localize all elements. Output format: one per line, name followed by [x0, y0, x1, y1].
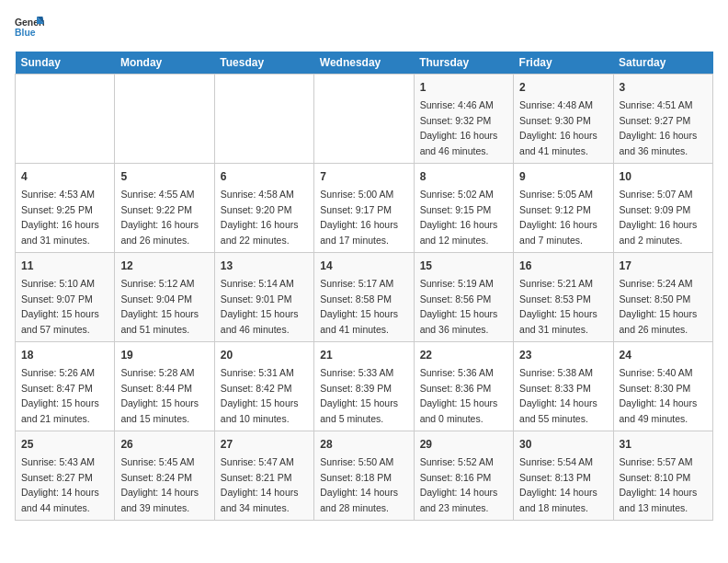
day-number: 15	[420, 258, 507, 274]
day-number: 5	[120, 168, 208, 185]
day-info: Sunrise: 4:58 AM Sunset: 9:20 PM Dayligh…	[221, 189, 299, 246]
day-number: 31	[620, 436, 707, 453]
day-number: 4	[21, 168, 108, 185]
day-info: Sunrise: 4:46 AM Sunset: 9:32 PM Dayligh…	[420, 99, 498, 156]
day-number: 20	[221, 347, 308, 363]
day-number: 8	[420, 168, 507, 185]
calendar-cell: 17Sunrise: 5:24 AM Sunset: 8:50 PM Dayli…	[613, 253, 712, 342]
day-number: 10	[620, 168, 707, 185]
day-info: Sunrise: 5:28 AM Sunset: 8:44 PM Dayligh…	[120, 367, 199, 424]
calendar-cell: 3Sunrise: 4:51 AM Sunset: 9:27 PM Daylig…	[613, 75, 712, 164]
day-number: 6	[221, 168, 308, 185]
day-info: Sunrise: 5:02 AM Sunset: 9:15 PM Dayligh…	[420, 189, 498, 246]
calendar-cell: 25Sunrise: 5:43 AM Sunset: 8:27 PM Dayli…	[16, 431, 115, 521]
calendar-week-row: 4Sunrise: 4:53 AM Sunset: 9:25 PM Daylig…	[16, 164, 713, 253]
day-number: 2	[519, 79, 607, 96]
day-number: 23	[519, 347, 607, 363]
day-of-week-header: Tuesday	[214, 52, 313, 75]
day-number: 12	[120, 258, 208, 274]
day-info: Sunrise: 5:36 AM Sunset: 8:36 PM Dayligh…	[420, 367, 498, 424]
calendar-cell: 11Sunrise: 5:10 AM Sunset: 9:07 PM Dayli…	[16, 253, 115, 342]
day-info: Sunrise: 5:05 AM Sunset: 9:12 PM Dayligh…	[519, 189, 597, 246]
calendar-cell: 22Sunrise: 5:36 AM Sunset: 8:36 PM Dayli…	[414, 342, 513, 431]
day-number: 22	[420, 347, 507, 363]
day-info: Sunrise: 4:51 AM Sunset: 9:27 PM Dayligh…	[620, 99, 698, 156]
day-of-week-header: Friday	[514, 52, 613, 75]
calendar-cell: 26Sunrise: 5:45 AM Sunset: 8:24 PM Dayli…	[115, 431, 214, 521]
day-number: 7	[320, 168, 407, 185]
day-number: 27	[221, 436, 308, 453]
calendar-week-row: 25Sunrise: 5:43 AM Sunset: 8:27 PM Dayli…	[16, 431, 713, 521]
calendar-cell: 7Sunrise: 5:00 AM Sunset: 9:17 PM Daylig…	[314, 164, 414, 253]
calendar-cell: 4Sunrise: 4:53 AM Sunset: 9:25 PM Daylig…	[16, 164, 115, 253]
calendar-cell: 6Sunrise: 4:58 AM Sunset: 9:20 PM Daylig…	[214, 164, 313, 253]
calendar-week-row: 18Sunrise: 5:26 AM Sunset: 8:47 PM Dayli…	[16, 342, 713, 431]
day-info: Sunrise: 5:45 AM Sunset: 8:24 PM Dayligh…	[120, 456, 199, 513]
calendar-header-row: SundayMondayTuesdayWednesdayThursdayFrid…	[16, 52, 713, 75]
day-info: Sunrise: 4:48 AM Sunset: 9:30 PM Dayligh…	[519, 99, 597, 156]
day-number: 1	[420, 79, 507, 96]
day-info: Sunrise: 5:26 AM Sunset: 8:47 PM Dayligh…	[21, 367, 99, 424]
calendar-cell: 1Sunrise: 4:46 AM Sunset: 9:32 PM Daylig…	[414, 75, 513, 164]
day-info: Sunrise: 5:38 AM Sunset: 8:33 PM Dayligh…	[519, 367, 597, 424]
page-header: General Blue	[15, 15, 713, 40]
day-number: 18	[21, 347, 108, 363]
calendar-cell	[16, 75, 115, 164]
day-number: 19	[120, 347, 208, 363]
calendar-cell: 31Sunrise: 5:57 AM Sunset: 8:10 PM Dayli…	[613, 431, 712, 521]
day-info: Sunrise: 5:07 AM Sunset: 9:09 PM Dayligh…	[620, 189, 698, 246]
day-of-week-header: Wednesday	[314, 52, 414, 75]
day-info: Sunrise: 5:00 AM Sunset: 9:17 PM Dayligh…	[320, 189, 398, 246]
day-number: 11	[21, 258, 108, 274]
day-number: 26	[120, 436, 208, 453]
day-number: 21	[320, 347, 407, 363]
day-info: Sunrise: 5:12 AM Sunset: 9:04 PM Dayligh…	[120, 278, 199, 335]
day-number: 24	[620, 347, 707, 363]
day-number: 16	[519, 258, 607, 274]
svg-text:Blue: Blue	[15, 28, 36, 38]
day-info: Sunrise: 5:10 AM Sunset: 9:07 PM Dayligh…	[21, 278, 99, 335]
calendar-cell: 20Sunrise: 5:31 AM Sunset: 8:42 PM Dayli…	[214, 342, 313, 431]
day-info: Sunrise: 5:17 AM Sunset: 8:58 PM Dayligh…	[320, 278, 398, 335]
logo: General Blue	[15, 15, 44, 40]
calendar-week-row: 1Sunrise: 4:46 AM Sunset: 9:32 PM Daylig…	[16, 75, 713, 164]
calendar-cell: 23Sunrise: 5:38 AM Sunset: 8:33 PM Dayli…	[514, 342, 613, 431]
day-info: Sunrise: 5:24 AM Sunset: 8:50 PM Dayligh…	[620, 278, 698, 335]
calendar-cell: 15Sunrise: 5:19 AM Sunset: 8:56 PM Dayli…	[414, 253, 513, 342]
day-info: Sunrise: 5:21 AM Sunset: 8:53 PM Dayligh…	[519, 278, 597, 335]
day-info: Sunrise: 5:57 AM Sunset: 8:10 PM Dayligh…	[620, 456, 698, 513]
day-number: 13	[221, 258, 308, 274]
day-info: Sunrise: 5:14 AM Sunset: 9:01 PM Dayligh…	[221, 278, 299, 335]
day-of-week-header: Sunday	[16, 52, 115, 75]
calendar-cell: 29Sunrise: 5:52 AM Sunset: 8:16 PM Dayli…	[414, 431, 513, 521]
day-info: Sunrise: 5:47 AM Sunset: 8:21 PM Dayligh…	[221, 456, 299, 513]
day-info: Sunrise: 5:31 AM Sunset: 8:42 PM Dayligh…	[221, 367, 299, 424]
calendar-cell	[115, 75, 214, 164]
day-info: Sunrise: 5:40 AM Sunset: 8:30 PM Dayligh…	[620, 367, 698, 424]
calendar-cell: 24Sunrise: 5:40 AM Sunset: 8:30 PM Dayli…	[613, 342, 712, 431]
calendar-week-row: 11Sunrise: 5:10 AM Sunset: 9:07 PM Dayli…	[16, 253, 713, 342]
calendar-cell	[214, 75, 313, 164]
day-number: 25	[21, 436, 108, 453]
calendar-cell: 12Sunrise: 5:12 AM Sunset: 9:04 PM Dayli…	[115, 253, 214, 342]
calendar-cell: 10Sunrise: 5:07 AM Sunset: 9:09 PM Dayli…	[613, 164, 712, 253]
calendar-cell: 14Sunrise: 5:17 AM Sunset: 8:58 PM Dayli…	[314, 253, 414, 342]
calendar-cell: 19Sunrise: 5:28 AM Sunset: 8:44 PM Dayli…	[115, 342, 214, 431]
day-info: Sunrise: 5:19 AM Sunset: 8:56 PM Dayligh…	[420, 278, 498, 335]
day-info: Sunrise: 5:52 AM Sunset: 8:16 PM Dayligh…	[420, 456, 498, 513]
day-number: 9	[519, 168, 607, 185]
calendar-cell: 30Sunrise: 5:54 AM Sunset: 8:13 PM Dayli…	[514, 431, 613, 521]
day-info: Sunrise: 4:53 AM Sunset: 9:25 PM Dayligh…	[21, 189, 99, 246]
logo-icon: General Blue	[15, 15, 44, 40]
day-number: 3	[620, 79, 707, 96]
calendar-cell: 21Sunrise: 5:33 AM Sunset: 8:39 PM Dayli…	[314, 342, 414, 431]
day-number: 17	[620, 258, 707, 274]
calendar-cell: 2Sunrise: 4:48 AM Sunset: 9:30 PM Daylig…	[514, 75, 613, 164]
day-number: 28	[320, 436, 407, 453]
day-info: Sunrise: 4:55 AM Sunset: 9:22 PM Dayligh…	[120, 189, 199, 246]
calendar-cell: 28Sunrise: 5:50 AM Sunset: 8:18 PM Dayli…	[314, 431, 414, 521]
day-of-week-header: Thursday	[414, 52, 513, 75]
calendar-cell: 5Sunrise: 4:55 AM Sunset: 9:22 PM Daylig…	[115, 164, 214, 253]
day-info: Sunrise: 5:54 AM Sunset: 8:13 PM Dayligh…	[519, 456, 597, 513]
calendar-cell: 27Sunrise: 5:47 AM Sunset: 8:21 PM Dayli…	[214, 431, 313, 521]
